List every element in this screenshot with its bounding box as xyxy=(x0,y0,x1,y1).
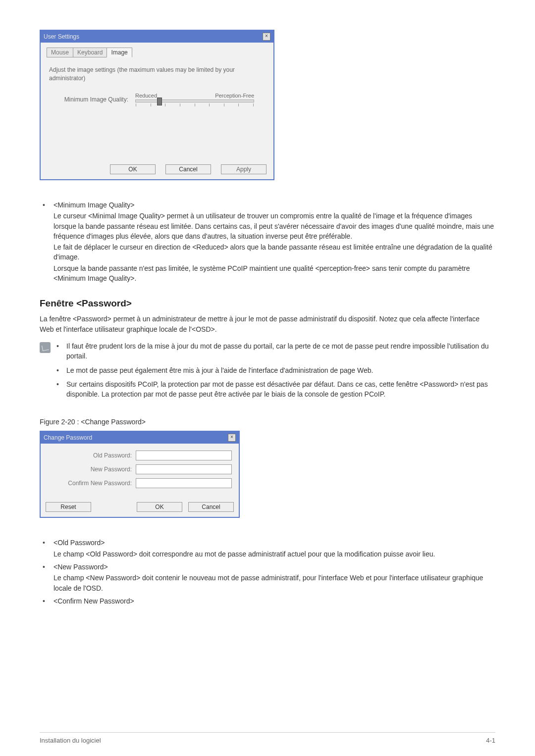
ok-button[interactable]: OK xyxy=(137,502,182,512)
min-quality-p1: Le curseur <Minimal Image Quality> perme… xyxy=(54,211,495,241)
page-footer: Installation du logiciel 4-1 xyxy=(40,732,495,744)
new-password-head: <New Password> xyxy=(54,562,495,572)
slider-end-reduced: Reduced xyxy=(135,93,157,99)
dialog-title: Change Password xyxy=(44,434,92,441)
old-password-body: Le champ <Old Password> doit correspondr… xyxy=(54,549,495,559)
tab-image[interactable]: Image xyxy=(107,48,132,57)
tab-panel-image: Adjust the image settings (the maximum v… xyxy=(47,62,268,155)
min-image-quality-slider[interactable] xyxy=(135,100,254,102)
new-password-label: New Password: xyxy=(48,466,136,473)
new-password-body: Le champ <New Password> doit contenir le… xyxy=(54,573,495,593)
min-quality-p3: Lorsque la bande passante n'est pas limi… xyxy=(54,263,495,284)
ok-button[interactable]: OK xyxy=(110,164,156,174)
reset-button[interactable]: Reset xyxy=(46,502,91,512)
password-note-1: Il faut être prudent lors de la mise à j… xyxy=(55,341,495,361)
user-settings-dialog: User Settings × Mouse Keyboard Image Adj… xyxy=(40,30,274,180)
footer-right: 4-1 xyxy=(486,737,495,744)
close-icon[interactable]: × xyxy=(263,33,270,41)
password-section-lead: La fenêtre <Password> permet à un admini… xyxy=(40,314,495,334)
min-quality-p2: Le fait de déplacer le curseur en direct… xyxy=(54,242,495,262)
image-settings-description: Adjust the image settings (the maximum v… xyxy=(49,66,265,83)
min-quality-heading: <Minimum Image Quality> xyxy=(54,200,495,210)
note-icon xyxy=(40,342,51,353)
tab-bar: Mouse Keyboard Image xyxy=(47,48,268,57)
slider-end-perception-free: Perception-Free xyxy=(215,93,254,99)
password-note-block: Il faut être prudent lors de la mise à j… xyxy=(40,341,495,403)
confirm-password-head: <Confirm New Password> xyxy=(54,596,495,606)
confirm-password-label: Confirm New Password: xyxy=(48,480,136,487)
new-password-input[interactable] xyxy=(136,464,232,474)
cancel-button[interactable]: Cancel xyxy=(165,164,211,174)
dialog-titlebar: Change Password × xyxy=(41,432,239,444)
password-section-heading: Fenêtre <Password> xyxy=(40,298,495,309)
change-password-dialog: Change Password × Old Password: New Pass… xyxy=(40,431,240,518)
tab-mouse[interactable]: Mouse xyxy=(47,48,73,57)
apply-button[interactable]: Apply xyxy=(221,164,267,174)
password-note-2: Le mot de passe peut également être mis … xyxy=(55,365,495,375)
old-password-label: Old Password: xyxy=(48,452,136,459)
old-password-input[interactable] xyxy=(136,451,232,460)
confirm-password-input[interactable] xyxy=(136,478,232,488)
old-password-item: <Old Password> Le champ <Old Password> d… xyxy=(40,538,495,559)
slider-thumb[interactable] xyxy=(157,98,162,105)
dialog-titlebar: User Settings × xyxy=(41,31,273,43)
min-quality-item: <Minimum Image Quality> Le curseur <Mini… xyxy=(40,200,495,283)
password-note-3: Sur certains dispositifs PCoIP, la prote… xyxy=(55,379,495,400)
slider-ticks xyxy=(135,103,254,106)
cancel-button[interactable]: Cancel xyxy=(188,502,234,512)
close-icon[interactable]: × xyxy=(228,434,236,442)
footer-left: Installation du logiciel xyxy=(40,737,101,744)
old-password-head: <Old Password> xyxy=(54,538,495,548)
tab-keyboard[interactable]: Keyboard xyxy=(73,48,107,57)
figure-caption: Figure 2-20 : <Change Password> xyxy=(40,418,495,426)
min-image-quality-label: Minimum Image Quality: xyxy=(49,96,128,103)
dialog-title: User Settings xyxy=(44,33,79,40)
new-password-item: <New Password> Le champ <New Password> d… xyxy=(40,562,495,593)
confirm-password-item: <Confirm New Password> xyxy=(40,596,495,606)
